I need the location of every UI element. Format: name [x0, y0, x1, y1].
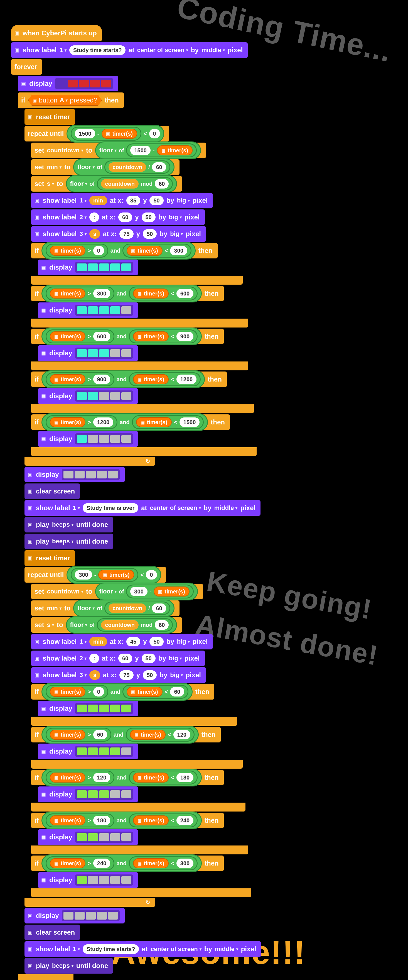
display-lime-4[interactable]: display: [38, 744, 138, 759]
play-beeps-2[interactable]: play beeps until done: [24, 534, 113, 549]
display-cyan-3[interactable]: display: [38, 345, 138, 361]
show-label-s[interactable]: show label 3 s at x: 75 y 50 by big pixe…: [31, 226, 206, 242]
if-cap-end: [18, 974, 73, 980]
timer-reporter[interactable]: timer(s): [102, 129, 137, 139]
if-timer-180-240[interactable]: if timer(s)>180 and timer(s)<240 then: [31, 813, 224, 828]
hat-when-cyberpi-starts[interactable]: when CyberPi starts up: [11, 25, 102, 41]
reset-timer[interactable]: reset timer: [24, 109, 75, 125]
play-beeps-1[interactable]: play beeps until done: [24, 517, 113, 533]
if-timer-0-300[interactable]: if timer(s)>0 and timer(s)<300 then: [31, 243, 217, 258]
display-lime-3[interactable]: display: [38, 786, 138, 802]
repeat-cap: ↻: [24, 457, 155, 466]
position-dd[interactable]: center of screen: [137, 46, 188, 54]
led-strip[interactable]: [55, 78, 113, 89]
display-led-red[interactable]: display: [18, 76, 118, 91]
set-s-break[interactable]: set s to floorof countdownmod60: [31, 617, 182, 633]
if-cap: [31, 276, 243, 285]
set-s[interactable]: set s to floor of countdown mod 60: [31, 176, 182, 192]
repeat-until-study[interactable]: repeat until 1500 - timer(s) < 0: [24, 126, 169, 142]
if-cap: [31, 803, 246, 811]
label-index-dd[interactable]: 1: [60, 46, 67, 54]
if-timer-0-60[interactable]: if timer(s)>0 and timer(s)<60 then: [31, 684, 214, 700]
if-timer-900-1200[interactable]: if timer(s)>900 and timer(s)<1200 then: [31, 372, 227, 387]
if-timer-120-180[interactable]: if timer(s)>120 and timer(s)<180 then: [31, 770, 224, 785]
show-label-starts-again[interactable]: show label 1 Study time starts? at cente…: [24, 941, 261, 957]
display-cyan-5[interactable]: display: [38, 259, 138, 275]
display-grey-all-2[interactable]: display: [24, 908, 125, 923]
display-lime-5[interactable]: display: [38, 701, 138, 716]
display-lime-2[interactable]: display: [38, 829, 138, 845]
if-timer-240-300[interactable]: if timer(s)>240 and timer(s)<300 then: [31, 856, 224, 871]
block-stack: when CyberPi starts up show label 1 Stud…: [11, 25, 261, 980]
clear-screen-1[interactable]: clear screen: [24, 484, 80, 499]
if-cap: [31, 404, 254, 413]
display-cyan-4[interactable]: display: [38, 302, 138, 318]
show-label-min[interactable]: show label 1 min at x: 35 y 50 by big pi…: [31, 193, 213, 208]
align-dd[interactable]: middle: [202, 46, 225, 54]
if-timer-600-900[interactable]: if timer(s)>600 and timer(s)<900 then: [31, 329, 224, 344]
if-cap: [31, 760, 243, 768]
set-min[interactable]: set min to floor of countdown / 60: [31, 159, 179, 175]
show-label-start[interactable]: show label 1 Study time starts? at cente…: [11, 42, 248, 58]
if-cap: [31, 447, 257, 456]
reset-timer-2[interactable]: reset timer: [24, 550, 75, 566]
if-timer-1200-1500[interactable]: if timer(s)>1200 and timer(s)<1500 then: [31, 414, 230, 430]
if-timer-60-120[interactable]: if timer(s)>60 and timer(s)<120 then: [31, 727, 221, 743]
show-label-colon-break[interactable]: show label 2 : at x: 60 y 50 by big pixe…: [31, 651, 205, 666]
show-label-colon[interactable]: show label 2 : at x: 60 y 50 by big pixe…: [31, 209, 205, 225]
if-cap: [31, 318, 248, 328]
set-countdown-break[interactable]: set countdown to floor of 300 - timer(s): [31, 584, 203, 599]
display-cyan-2[interactable]: display: [38, 388, 138, 404]
repeat-until-break[interactable]: repeat until 300 - timer(s) < 0: [24, 567, 166, 582]
op-minus[interactable]: 1500 - timer(s): [71, 127, 141, 141]
if-cap: [31, 717, 237, 726]
set-min-break[interactable]: set min to floorof countdown/60: [31, 600, 179, 616]
if-cap: [31, 888, 251, 897]
display-lime-1[interactable]: display: [38, 872, 138, 888]
if-cap: [31, 361, 248, 371]
if-cap: [31, 845, 248, 854]
show-label-min-break[interactable]: show label 1 min at x: 45 y 50 by big pi…: [31, 634, 213, 649]
clear-screen-2[interactable]: clear screen: [24, 924, 80, 940]
label-text-input[interactable]: Study time starts?: [69, 45, 125, 55]
if-button-a[interactable]: if button A pressed? then: [18, 92, 124, 108]
show-label-s-break[interactable]: show label 3 s at x: 75 y 50 by big pixe…: [31, 667, 206, 683]
if-timer-300-600[interactable]: if timer(s)>300 and timer(s)<600 then: [31, 286, 224, 301]
op-lt[interactable]: 1500 - timer(s) < 0: [67, 125, 164, 143]
button-pressed-bool[interactable]: button A pressed?: [28, 95, 102, 106]
show-label-study-over[interactable]: show label 1 Study time is over at cente…: [24, 500, 260, 516]
display-grey-all-1[interactable]: display: [24, 467, 125, 482]
set-countdown[interactable]: set countdown to floor of 1500 - timer(s…: [31, 143, 206, 158]
display-cyan-1[interactable]: display: [38, 431, 138, 447]
forever-block[interactable]: forever: [11, 59, 42, 75]
play-beeps-3[interactable]: play beeps until done: [24, 958, 113, 974]
repeat-cap-2: ↻: [24, 898, 155, 907]
